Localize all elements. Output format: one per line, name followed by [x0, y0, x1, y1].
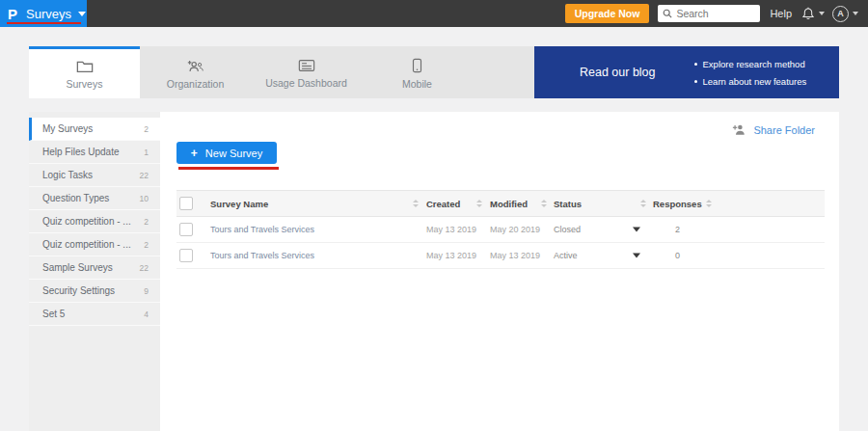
- row-checkbox[interactable]: [179, 223, 193, 236]
- notifications-menu[interactable]: [801, 7, 825, 21]
- folder-icon: [76, 59, 94, 73]
- share-folder-link[interactable]: Share Folder: [732, 123, 815, 136]
- tab-surveys[interactable]: Surveys: [29, 46, 140, 98]
- created-date: May 13 2019: [426, 251, 476, 260]
- row-checkbox[interactable]: [179, 249, 193, 262]
- sidebar-item-set-5[interactable]: Set 5 4: [29, 303, 160, 326]
- sidebar-item-security-settings[interactable]: Security Settings 9: [29, 280, 160, 303]
- sidebar-item-label: Question Types: [42, 193, 140, 203]
- status-value: Active: [554, 251, 578, 260]
- top-bar: P Surveys Upgrade Now Help A: [0, 0, 868, 27]
- usage-dashboard-icon: [298, 59, 315, 72]
- modified-date: May 13 2019: [490, 251, 540, 260]
- bullet-dot-icon: [694, 63, 697, 66]
- help-link[interactable]: Help: [770, 8, 792, 19]
- sidebar-item-label: Set 5: [42, 309, 144, 319]
- column-header-created: Created: [426, 199, 460, 209]
- new-survey-button[interactable]: + New Survey: [176, 142, 277, 164]
- tab-label: Organization: [167, 78, 225, 90]
- tab-mobile[interactable]: Mobile: [362, 46, 473, 98]
- column-header-survey-name: Survey Name: [210, 199, 268, 209]
- sidebar-item-label: Sample Surveys: [42, 262, 140, 273]
- sort-icon[interactable]: [640, 200, 646, 207]
- new-survey-label: New Survey: [205, 148, 262, 159]
- sidebar-item-count: 9: [144, 286, 149, 296]
- sidebar-item-label: My Surveys: [42, 123, 144, 134]
- share-person-icon: [732, 123, 746, 136]
- sidebar-item-label: Help Files Update: [42, 147, 144, 157]
- sidebar-item-label: Security Settings: [42, 285, 144, 296]
- tab-label: Mobile: [402, 78, 432, 90]
- tab-label: Surveys: [67, 78, 103, 90]
- search-box[interactable]: [658, 5, 760, 22]
- proprofs-logo: P: [8, 6, 17, 22]
- select-all-checkbox[interactable]: [179, 197, 193, 210]
- sort-icon[interactable]: [476, 200, 482, 207]
- column-header-status: Status: [554, 199, 582, 209]
- product-menu[interactable]: P Surveys: [0, 0, 87, 27]
- surveys-main-panel: Share Folder + New Survey Survey Name Cr…: [160, 112, 839, 431]
- sidebar-item-quiz-competition-2[interactable]: Quiz competition - ... 2: [29, 233, 160, 256]
- bullet-dot-icon: [694, 80, 697, 83]
- chevron-down-icon: [819, 12, 825, 15]
- mobile-phone-icon: [412, 58, 422, 73]
- search-icon: [663, 9, 672, 18]
- survey-name-link[interactable]: Tours and Travels Services: [210, 225, 314, 234]
- annotation-underline: [7, 22, 81, 24]
- product-menu-label: Surveys: [26, 7, 71, 21]
- blog-banner-title: Read our blog: [580, 66, 656, 79]
- tab-organization[interactable]: Organization: [140, 46, 251, 98]
- account-menu[interactable]: A: [832, 6, 858, 22]
- read-our-blog-banner[interactable]: Read our blog Explore research method Le…: [534, 46, 839, 98]
- blog-bullet-text: Learn about new features: [703, 76, 807, 87]
- sidebar-item-count: 2: [144, 240, 149, 250]
- survey-name-link[interactable]: Tours and Travels Services: [210, 251, 314, 260]
- status-dropdown-caret[interactable]: [633, 254, 640, 258]
- sidebar-item-label: Quiz competition - ...: [42, 239, 144, 250]
- organization-people-icon: [186, 59, 205, 73]
- upgrade-now-button[interactable]: Upgrade Now: [565, 4, 650, 23]
- sort-icon[interactable]: [413, 200, 419, 207]
- tab-usage-dashboard[interactable]: Usage Dashboard: [251, 46, 362, 98]
- annotation-underline: [178, 167, 279, 170]
- blog-bullet-list: Explore research method Learn about new …: [694, 59, 807, 87]
- sidebar-item-help-files-update[interactable]: Help Files Update 1: [29, 141, 160, 164]
- blog-bullet: Learn about new features: [694, 76, 807, 87]
- status-dropdown-caret[interactable]: [633, 228, 640, 232]
- sidebar-item-sample-surveys[interactable]: Sample Surveys 22: [29, 256, 160, 280]
- sidebar-item-my-surveys[interactable]: My Surveys 2: [29, 118, 160, 141]
- sidebar-item-count: 22: [140, 263, 149, 273]
- modified-date: May 20 2019: [490, 225, 540, 234]
- sidebar-item-count: 10: [140, 194, 149, 203]
- sidebar-item-question-types[interactable]: Question Types 10: [29, 187, 160, 210]
- blog-bullet: Explore research method: [694, 59, 807, 69]
- sidebar-item-count: 4: [144, 310, 149, 319]
- created-date: May 13 2019: [426, 225, 476, 234]
- table-header-row: Survey Name Created Modified Status Resp…: [176, 190, 825, 217]
- responses-count: 2: [675, 225, 680, 234]
- tab-label: Usage Dashboard: [265, 77, 347, 89]
- sidebar-item-count: 2: [144, 124, 149, 134]
- topbar-actions: Upgrade Now Help A: [565, 4, 868, 23]
- sort-icon[interactable]: [541, 200, 547, 207]
- responses-count: 0: [675, 251, 680, 260]
- tab-strip: Surveys Organization Usage Dashboard Mob…: [29, 46, 839, 98]
- chevron-down-icon: [853, 12, 858, 15]
- avatar: A: [832, 6, 849, 22]
- sidebar-item-label: Logic Tasks: [42, 170, 140, 180]
- plus-icon: +: [191, 147, 198, 160]
- sidebar-item-count: 2: [144, 217, 149, 227]
- sort-icon[interactable]: [706, 200, 712, 207]
- sidebar-item-label: Quiz competition - ...: [42, 216, 144, 227]
- blog-bullet-text: Explore research method: [703, 59, 805, 69]
- status-value: Closed: [554, 225, 581, 234]
- table-row: Tours and Travels Services May 13 2019 M…: [176, 217, 825, 243]
- sidebar-item-count: 1: [144, 148, 149, 157]
- column-header-modified: Modified: [490, 199, 528, 209]
- sidebar-item-count: 22: [140, 171, 149, 180]
- sidebar-item-quiz-competition-1[interactable]: Quiz competition - ... 2: [29, 210, 160, 233]
- chevron-down-icon: [78, 12, 86, 16]
- sidebar-item-logic-tasks[interactable]: Logic Tasks 22: [29, 164, 160, 187]
- search-input[interactable]: [676, 8, 755, 19]
- content-card: My Surveys 2 Help Files Update 1 Logic T…: [29, 112, 839, 431]
